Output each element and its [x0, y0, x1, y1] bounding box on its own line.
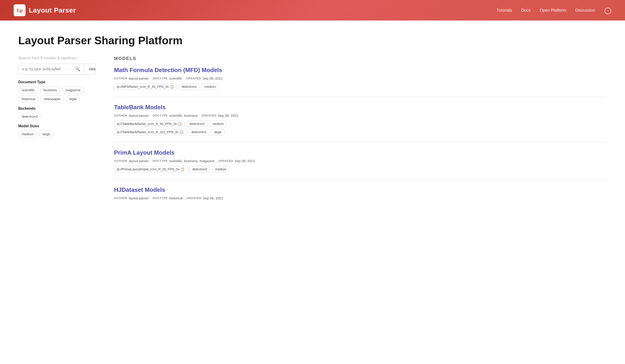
model-tag-prima-size: medium — [212, 166, 229, 172]
author-value-mfd: layout-parser — [129, 76, 149, 80]
updated-value-hjdataset: Sep 08, 2021 — [203, 196, 223, 200]
author-label-prima: AUTHOR — [114, 159, 127, 163]
model-title-tablebank[interactable]: TableBank Models — [114, 104, 166, 111]
main-content: Layout Parser Sharing Platform Search fr… — [0, 21, 625, 217]
divider-1 — [114, 97, 607, 97]
doctype-value-mfd: scientific — [169, 76, 183, 80]
model-meta-hjdataset: AUTHOR layout-parser - DOCTYPE historica… — [114, 196, 607, 200]
divider-3 — [114, 179, 607, 180]
filter-tag-newspaper[interactable]: newspaper — [40, 95, 64, 102]
model-tag-mfd-pipeline[interactable]: lp://MFD/faster_rcnn_R_50_FPN_3x 📋 — [114, 84, 177, 90]
model-meta-prima: AUTHOR layout-parser - DOCTYPE scientifi… — [114, 159, 607, 163]
model-tag-tablebank-pipeline1[interactable]: lp://TableBank/faster_rcnn_R_50_FPN_3x 📋 — [114, 121, 185, 127]
filter-model-sizes-tags: medium large — [18, 130, 96, 138]
model-meta-tablebank: AUTHOR layout-parser - DOCTYPE scientifi… — [114, 114, 607, 118]
models-panel: MODELS Math Formula Detection (MFD) Mode… — [114, 56, 607, 203]
copy-icon: 📋 — [181, 167, 185, 171]
model-tag-tablebank-detectron2-2: detectron2 — [188, 129, 209, 135]
filter-backends-label: Backends — [18, 107, 35, 111]
copy-icon: 📋 — [178, 122, 182, 126]
model-tag-tablebank-size2: large — [211, 129, 224, 135]
model-tag-mfd-detectron2: detectron2 — [179, 84, 200, 90]
sidebar: Search from 8 models & pipelines 🔍 clear… — [18, 56, 96, 203]
author-label-mfd: AUTHOR — [114, 77, 127, 80]
model-tag-prima-pipeline[interactable]: lp://PrimaLayout/mask_rcnn_R_50_FPN_3x 📋 — [114, 166, 188, 172]
model-tag-tablebank-pipeline2[interactable]: lp://TableBank/faster_rcnn_R_101_FPN_3x … — [114, 129, 187, 135]
search-box: 🔍 clear — [18, 64, 96, 75]
model-title-mfd[interactable]: Math Formula Detection (MFD) Models — [114, 67, 222, 74]
nav-tutorials[interactable]: Tutorials — [497, 8, 512, 13]
author-value-prima: layout-parser — [129, 159, 149, 163]
filter-document-type-label: Document Type — [18, 80, 45, 84]
copy-icon: 📋 — [170, 85, 174, 89]
divider-2 — [114, 142, 607, 142]
model-item-tablebank: TableBank Models AUTHOR layout-parser - … — [114, 104, 607, 135]
filter-document-type: Document Type scientific business magazi… — [18, 80, 96, 102]
nav-open-platform[interactable]: Open Platform — [540, 8, 566, 13]
search-hint: Search from 8 models & pipelines — [18, 56, 96, 61]
filter-backends-tags: detectron2 — [18, 113, 96, 120]
model-tag-tablebank-detectron2-1: detectron2 — [187, 121, 208, 127]
model-item-hjdataset: HJDataset Models AUTHOR layout-parser - … — [114, 186, 607, 200]
updated-value-prima: Sep 08, 2021 — [234, 159, 255, 163]
search-button[interactable]: 🔍 — [71, 64, 84, 74]
filter-model-sizes: Model Sizes medium large — [18, 124, 96, 138]
nav-docs[interactable]: Docs — [521, 8, 531, 13]
updated-label-hjdataset: UPDATED — [187, 196, 201, 200]
filter-tag-historical[interactable]: historical — [18, 95, 38, 102]
doctype-label-tablebank: DOCTYPE — [153, 114, 168, 117]
updated-value-mfd: Sep 08, 2021 — [202, 76, 223, 80]
model-tag-prima-detectron2: detectron2 — [189, 166, 210, 172]
logo-area: Lp Layout Parser — [14, 4, 76, 16]
nav-links: Tutorials Docs Open Platform Discussion … — [497, 7, 611, 14]
author-value-hjdataset: layout-parser — [129, 196, 149, 200]
doctype-label-mfd: DOCTYPE — [153, 77, 168, 80]
search-input[interactable] — [18, 64, 71, 74]
filter-document-type-tags: scientific business magazine historical … — [18, 87, 96, 102]
updated-label-prima: UPDATED — [218, 159, 233, 163]
model-tag-tablebank-size1: medium — [210, 121, 227, 127]
author-label-tablebank: AUTHOR — [114, 114, 127, 117]
filter-tag-legal[interactable]: legal — [66, 95, 80, 102]
doctype-value-prima: scientific, business, magazine — [169, 159, 215, 163]
logo-icon: Lp — [14, 4, 26, 16]
doctype-value-tablebank: scientific, business — [169, 114, 198, 118]
filter-tag-large[interactable]: large — [39, 130, 53, 138]
github-icon[interactable]: ◯ — [604, 7, 611, 14]
filter-tag-detectron2[interactable]: detectron2 — [18, 113, 41, 120]
model-item-mfd: Math Formula Detection (MFD) Models AUTH… — [114, 67, 607, 90]
author-value-tablebank: layout-parser — [129, 114, 149, 118]
model-tags-mfd: lp://MFD/faster_rcnn_R_50_FPN_3x 📋 detec… — [114, 84, 607, 90]
nav-discussion[interactable]: Discussion — [575, 8, 595, 13]
clear-button[interactable]: clear — [84, 64, 96, 74]
filter-tag-medium[interactable]: medium — [18, 130, 37, 138]
filter-tag-business[interactable]: business — [40, 87, 61, 93]
filter-tag-magazine[interactable]: magazine — [62, 87, 84, 93]
model-meta-mfd: AUTHOR layout-parser - DOCTYPE scientifi… — [114, 76, 607, 80]
models-heading: MODELS — [114, 56, 607, 61]
model-tags-tablebank-row2: lp://TableBank/faster_rcnn_R_101_FPN_3x … — [114, 129, 607, 135]
doctype-label-hjdataset: DOCTYPE — [153, 196, 168, 200]
copy-icon: 📋 — [180, 130, 184, 134]
filter-model-sizes-label: Model Sizes — [18, 124, 39, 128]
author-label-hjdataset: AUTHOR — [114, 196, 127, 200]
filter-tag-scientific[interactable]: scientific — [18, 87, 38, 93]
model-title-prima[interactable]: PrimA Layout Models — [114, 149, 175, 156]
updated-value-tablebank: Sep 08, 2021 — [218, 114, 238, 118]
model-tags-tablebank-row1: lp://TableBank/faster_rcnn_R_50_FPN_3x 📋… — [114, 121, 607, 127]
content-layout: Search from 8 models & pipelines 🔍 clear… — [18, 56, 607, 203]
model-title-hjdataset[interactable]: HJDataset Models — [114, 186, 165, 193]
model-tag-mfd-size: medium — [202, 84, 219, 90]
page-title: Layout Parser Sharing Platform — [18, 34, 607, 47]
updated-label-tablebank: UPDATED — [202, 114, 217, 117]
doctype-label-prima: DOCTYPE — [153, 159, 168, 163]
doctype-value-hjdataset: historical — [169, 196, 183, 200]
updated-label-mfd: UPDATED — [186, 77, 201, 80]
model-tags-prima: lp://PrimaLayout/mask_rcnn_R_50_FPN_3x 📋… — [114, 166, 607, 172]
header: Lp Layout Parser Tutorials Docs Open Pla… — [0, 0, 625, 21]
model-item-prima: PrimA Layout Models AUTHOR layout-parser… — [114, 149, 607, 172]
filter-backends: Backends detectron2 — [18, 107, 96, 120]
logo-text: Layout Parser — [29, 6, 76, 14]
